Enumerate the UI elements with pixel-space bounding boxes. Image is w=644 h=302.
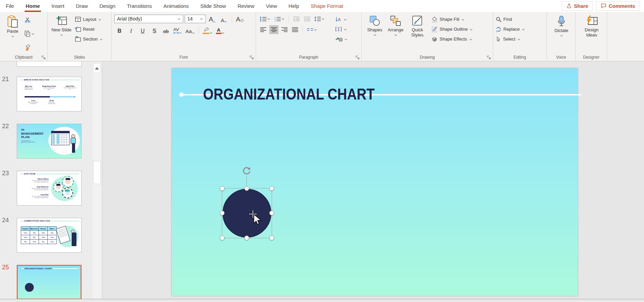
chevron-down-icon [98, 18, 101, 21]
text-direction-button[interactable]: A [335, 15, 347, 24]
selected-circle-shape[interactable] [223, 189, 271, 238]
bullets-button[interactable] [259, 14, 272, 23]
menu-view[interactable]: View [260, 0, 283, 12]
menu-draw[interactable]: Draw [70, 0, 94, 12]
slide-24-thumbnail[interactable]: COMPETITION ANALYSIS Jupiter Mercury Ven… [17, 218, 82, 253]
shape-outline-button[interactable]: Shape Outline [431, 25, 473, 33]
shape-fill-label: Shape Fill [440, 17, 459, 22]
menu-design[interactable]: Design [94, 0, 121, 12]
resize-handle-middle-left[interactable] [220, 211, 225, 215]
find-button[interactable]: Find [496, 15, 525, 24]
convert-to-smartart-button[interactable] [335, 35, 347, 43]
shape-fill-button[interactable]: Shape Fill [431, 15, 473, 24]
slide-20-thumbnail-partial[interactable] [17, 61, 82, 67]
clipboard-dialog-launcher-icon[interactable] [41, 55, 46, 60]
slide-title[interactable]: ORGANIZATIONAL CHART [203, 85, 375, 103]
bold-button[interactable]: B [114, 25, 125, 34]
menu-home[interactable]: Home [20, 0, 46, 12]
section-subtitle: You could enter a subtitle here if you n… [21, 140, 35, 144]
numbering-button[interactable]: 123 [273, 14, 286, 23]
highlight-color-button[interactable] [202, 25, 214, 34]
slide-23-number: 23 [2, 170, 14, 177]
section-button[interactable]: Section [75, 35, 103, 43]
table-header-cell: Jupiter [21, 227, 30, 231]
dictate-button[interactable]: Dictate [550, 14, 572, 54]
layout-button[interactable]: Layout [75, 15, 103, 24]
resize-handle-middle-right[interactable] [269, 211, 274, 215]
section-label: Section [83, 36, 98, 42]
editing-canvas[interactable]: ORGANIZATIONAL CHART [102, 61, 644, 299]
increase-font-size-button[interactable]: A [207, 14, 217, 23]
breakeven-top-labels: Big LossMercury is the smallest planet B… [18, 85, 80, 91]
copy-button[interactable] [25, 30, 34, 38]
menu-slide-show[interactable]: Slide Show [195, 0, 232, 12]
paste-button[interactable]: Paste [3, 14, 23, 54]
decrease-font-size-button[interactable]: A [219, 14, 229, 23]
slide-22-thumbnail[interactable]: 04 MANAGEMENT PLAN You could enter a sub… [17, 124, 82, 158]
rotate-handle-connector [246, 176, 247, 186]
text-shadow-button[interactable]: S [149, 25, 159, 34]
format-painter-button[interactable] [25, 43, 34, 51]
paste-label: Paste [7, 29, 18, 34]
resize-handle-bottom-right[interactable] [269, 236, 274, 240]
comments-button[interactable]: Comments [596, 1, 640, 11]
resize-handle-bottom-center[interactable] [244, 236, 249, 240]
menu-shape-format[interactable]: Shape Format [305, 0, 349, 12]
align-left-button[interactable] [259, 25, 268, 34]
line-spacing-button[interactable] [313, 14, 326, 23]
strikethrough-button[interactable]: ab [161, 25, 171, 34]
cut-button[interactable] [25, 16, 34, 24]
chapter-number: 04 [21, 128, 44, 131]
slide-23-thumbnail[interactable]: OUR TEAM Albert CliffordYou can replace … [17, 171, 82, 206]
underline-button[interactable]: U [138, 25, 148, 34]
increase-indent-button[interactable] [302, 14, 312, 23]
arrange-button[interactable]: Arrange [385, 14, 406, 54]
slide-21-thumbnail[interactable]: BREAK-EVEN ANALYSIS Big LossMercury is t… [17, 77, 82, 111]
reset-button[interactable]: Reset [75, 25, 103, 33]
character-spacing-button[interactable]: AV [172, 25, 183, 34]
menu-animations[interactable]: Animations [158, 0, 195, 12]
share-button[interactable]: Share [562, 1, 593, 11]
select-cursor-icon [496, 36, 501, 42]
font-size-combo[interactable]: 14 [185, 15, 206, 23]
scrollbar-thumb[interactable] [93, 161, 101, 184]
quick-styles-button[interactable]: Quick Styles [406, 14, 429, 54]
justify-icon [292, 27, 298, 32]
menu-help[interactable]: Help [283, 0, 305, 12]
shapes-button[interactable]: Shapes [364, 14, 385, 54]
slide-canvas[interactable]: ORGANIZATIONAL CHART [172, 68, 578, 296]
resize-handle-top-right[interactable] [269, 186, 274, 191]
menu-insert[interactable]: Insert [46, 0, 70, 12]
scroll-up-button[interactable] [93, 63, 101, 73]
columns-button[interactable] [305, 25, 318, 34]
divider [232, 15, 232, 23]
resize-handle-top-left[interactable] [220, 186, 225, 191]
italic-button[interactable]: I [126, 25, 136, 34]
slide-25-thumbnail-selected[interactable]: ORGANIZATIONAL CHART [17, 265, 82, 299]
align-text-button[interactable] [335, 25, 347, 33]
drawing-dialog-launcher-icon[interactable] [487, 55, 491, 60]
slide-22-number: 22 [2, 123, 14, 130]
font-name-combo[interactable]: Arial (Body) [114, 15, 183, 23]
align-right-button[interactable] [280, 25, 289, 34]
resize-handle-top-center[interactable] [244, 186, 249, 191]
justify-button[interactable] [290, 25, 300, 34]
font-dialog-launcher-icon[interactable] [249, 55, 254, 60]
menu-transitions[interactable]: Transitions [121, 0, 158, 12]
decrease-indent-button[interactable] [292, 14, 301, 23]
resize-handle-bottom-left[interactable] [220, 236, 225, 240]
design-ideas-button[interactable]: Design Ideas [580, 14, 604, 54]
align-center-button[interactable] [269, 25, 278, 34]
menu-review[interactable]: Review [232, 0, 260, 12]
menu-file[interactable]: File [0, 0, 20, 12]
shape-effects-button[interactable]: Shape Effects [431, 35, 473, 43]
change-case-button[interactable]: Aa [184, 25, 196, 34]
new-slide-button[interactable]: New Slide [51, 14, 72, 54]
paragraph-dialog-launcher-icon[interactable] [355, 55, 360, 60]
replace-button[interactable]: bc Replace [496, 25, 525, 33]
rotate-handle[interactable] [242, 167, 251, 176]
clear-formatting-button[interactable]: A [235, 14, 245, 23]
thumbnail-scrollbar[interactable] [93, 63, 101, 299]
font-color-button[interactable]: A [215, 25, 226, 34]
select-button[interactable]: Select [496, 35, 525, 43]
